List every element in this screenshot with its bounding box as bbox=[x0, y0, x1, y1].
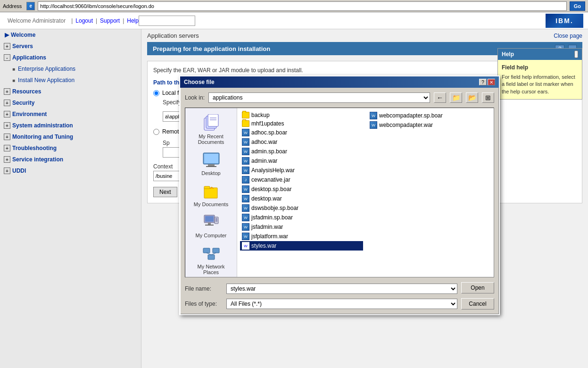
file-item-admin-sp-boar[interactable]: W admin.sp.boar bbox=[240, 147, 363, 156]
filename-input[interactable]: styles.war bbox=[226, 284, 457, 294]
lookin-label: Look in: bbox=[185, 94, 205, 101]
dialog-body: Look in: applications ← 📁 📂 ⊞ bbox=[180, 88, 499, 314]
app-icon-admin-war: W bbox=[242, 157, 249, 165]
dialog-title: Choose file bbox=[184, 79, 215, 85]
mydocs-icon bbox=[202, 182, 221, 201]
svg-rect-6 bbox=[204, 154, 218, 163]
app-icon-adhoc-war: W bbox=[242, 138, 249, 146]
new-folder-btn[interactable]: 📂 bbox=[466, 92, 478, 103]
file-col-left: backup mhf1updates W adhoc.sp.boar bbox=[240, 111, 363, 251]
app-icon-adhoc-sp-boar: W bbox=[242, 129, 249, 136]
sidebar-recent[interactable]: My RecentDocuments bbox=[190, 112, 232, 147]
app-icon-admin-sp-boar: W bbox=[242, 148, 249, 155]
mydocs-label: My Documents bbox=[194, 201, 228, 207]
filename-row: File name: styles.war Open bbox=[185, 282, 494, 295]
file-list: backup mhf1updates W adhoc.sp.boar bbox=[237, 108, 494, 277]
file-item-webcompadapter-war[interactable]: W webcompadapter.war bbox=[368, 120, 491, 130]
file-col-right: W webcompadapter.sp.boar W webcompadapte… bbox=[368, 111, 491, 251]
cancel-button[interactable]: Cancel bbox=[461, 298, 494, 309]
app-icon-desktop-war: W bbox=[242, 195, 249, 202]
file-item-jsfadmin-war[interactable]: W jsfadmin.war bbox=[240, 222, 363, 232]
svg-rect-9 bbox=[204, 188, 217, 198]
sidebar-mycomputer[interactable]: My Computer bbox=[190, 211, 232, 240]
file-item-desktop-war[interactable]: W desktop.war bbox=[240, 194, 363, 203]
back-btn[interactable]: ← bbox=[434, 92, 446, 103]
file-dialog: Choose file ? ✕ Look in: applications ← … bbox=[179, 75, 500, 315]
file-item-adhoc-sp-boar[interactable]: W adhoc.sp.boar bbox=[240, 128, 363, 137]
up-folder-btn[interactable]: 📁 bbox=[450, 92, 462, 103]
svg-rect-19 bbox=[208, 255, 215, 259]
recent-label: My RecentDocuments bbox=[198, 134, 224, 145]
folder-icon-mhf1updates bbox=[242, 120, 249, 127]
file-item-styles-war[interactable]: W styles.war bbox=[240, 241, 363, 251]
sidebar-network[interactable]: My NetworkPlaces bbox=[190, 242, 232, 277]
file-item-mhf1updates[interactable]: mhf1updates bbox=[240, 119, 363, 128]
filetype-select[interactable]: All Files (*.*) bbox=[226, 299, 457, 309]
file-item-adhoc-war[interactable]: W adhoc.war bbox=[240, 137, 363, 147]
svg-rect-16 bbox=[215, 218, 217, 222]
file-item-cewcanative-jar[interactable]: J cewcanative.jar bbox=[240, 175, 363, 184]
file-item-webcompadapter-sp-boar[interactable]: W webcompadapter.sp.boar bbox=[368, 111, 491, 120]
view-btn[interactable]: ⊞ bbox=[482, 92, 494, 103]
svg-rect-14 bbox=[205, 225, 214, 226]
app-icon-jsfadmin-war: W bbox=[242, 223, 249, 231]
mycomputer-label: My Computer bbox=[195, 233, 226, 238]
filetype-row: Files of type: All Files (*.*) Cancel bbox=[185, 298, 494, 309]
main-layout: ▶ Welcome + Servers - Applications ■ Ent… bbox=[0, 29, 588, 368]
app-icon-dswsbobje-sp-boar: W bbox=[242, 204, 249, 212]
app-icon-jsfadmin-sp-boar: W bbox=[242, 214, 249, 221]
folder-icon-backup bbox=[242, 112, 249, 118]
file-item-dswsbobje-sp-boar[interactable]: W dswsbobje.sp.boar bbox=[240, 203, 363, 213]
recent-icon bbox=[202, 114, 221, 133]
dialog-help-btn[interactable]: ? bbox=[479, 79, 487, 85]
file-item-jsfplatform-war[interactable]: W jsfplatform.war bbox=[240, 232, 363, 241]
lookin-select[interactable]: applications bbox=[208, 92, 430, 103]
desktop-icon bbox=[202, 151, 221, 169]
app-icon-analysishelp-war: W bbox=[242, 167, 249, 174]
desktop-label: Desktop bbox=[201, 170, 220, 176]
open-button[interactable]: Open bbox=[461, 282, 494, 293]
file-area: My RecentDocuments bbox=[185, 108, 494, 277]
dialog-title-bar: Choose file ? ✕ bbox=[180, 76, 499, 88]
sidebar-mydocs[interactable]: My Documents bbox=[190, 180, 232, 209]
app-icon-desktop-sp-boar: W bbox=[242, 185, 249, 193]
mycomputer-icon bbox=[202, 213, 221, 232]
file-columns: backup mhf1updates W adhoc.sp.boar bbox=[240, 111, 491, 251]
file-item-analysishelp-war[interactable]: W AnalysisHelp.war bbox=[240, 166, 363, 175]
filename-label: File name: bbox=[185, 285, 223, 292]
filetype-label: Files of type: bbox=[185, 301, 223, 307]
file-item-jsfadmin-sp-boar[interactable]: W jsfadmin.sp.boar bbox=[240, 213, 363, 222]
svg-rect-2 bbox=[208, 114, 218, 126]
app-icon-jsfplatform-war: W bbox=[242, 233, 249, 240]
svg-rect-12 bbox=[205, 216, 214, 222]
sidebar-desktop[interactable]: Desktop bbox=[190, 149, 232, 178]
svg-rect-10 bbox=[204, 186, 210, 189]
svg-rect-17 bbox=[203, 248, 210, 253]
app-icon-cewcanative-jar: J bbox=[242, 176, 249, 184]
file-sidebar: My RecentDocuments bbox=[185, 108, 237, 277]
svg-rect-8 bbox=[206, 166, 216, 167]
dialog-overlay: Choose file ? ✕ Look in: applications ← … bbox=[141, 29, 588, 368]
app-icon-styles-war: W bbox=[242, 242, 249, 250]
svg-line-21 bbox=[211, 253, 216, 255]
network-icon bbox=[202, 244, 221, 263]
svg-rect-18 bbox=[213, 248, 219, 253]
dialog-close-btn[interactable]: ✕ bbox=[488, 79, 495, 85]
file-item-backup[interactable]: backup bbox=[240, 111, 363, 119]
file-item-desktop-sp-boar[interactable]: W desktop.sp.boar bbox=[240, 184, 363, 194]
file-item-admin-war[interactable]: W admin.war bbox=[240, 156, 363, 166]
content-area: Application servers Close page Preparing… bbox=[141, 29, 588, 368]
lookin-row: Look in: applications ← 📁 📂 ⊞ bbox=[185, 92, 494, 103]
svg-line-20 bbox=[207, 253, 211, 255]
app-icon-webcompadapter-war: W bbox=[370, 121, 377, 129]
svg-rect-7 bbox=[208, 164, 215, 166]
svg-rect-13 bbox=[208, 223, 211, 225]
network-label: My NetworkPlaces bbox=[197, 264, 224, 275]
app-icon-webcompadapter-sp-boar: W bbox=[370, 112, 377, 119]
dialog-controls: ? ✕ bbox=[479, 79, 495, 85]
